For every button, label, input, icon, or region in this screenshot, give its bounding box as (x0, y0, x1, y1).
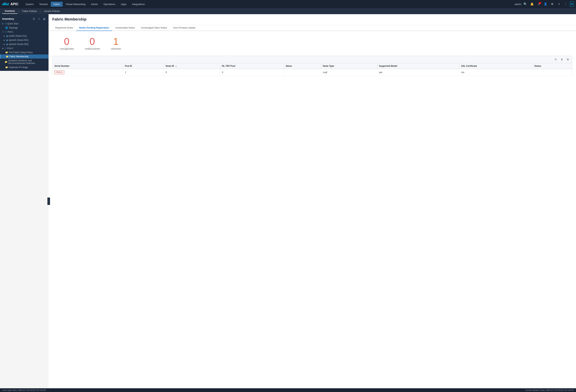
current-time-text: Current System Time: 2023-07-13T16:26 UT… (525, 389, 574, 391)
cell-node-type: Leaf (321, 69, 377, 76)
sep2: | (39, 10, 41, 13)
svg-rect-1 (3, 3, 4, 5)
sidebar-icons: ☰ ≡ ◉ (32, 17, 46, 21)
folder-disabled-icon: 📁 (5, 61, 7, 63)
sidebar-item-label-disabled-interfaces: Disabled Interfaces and Decommissioned S… (8, 59, 47, 65)
nav-operations[interactable]: Operations (101, 2, 118, 7)
alert-icon[interactable]: ⚠ 5 (536, 1, 542, 7)
sec-nav-access-policies[interactable]: Access Policies (42, 9, 62, 14)
nav-fabric[interactable]: Fabric (51, 2, 63, 7)
tab-unmanaged-fabric-nodes[interactable]: Unmanaged Fabric Nodes (138, 25, 170, 31)
col-pod-id[interactable]: Pod ID (123, 63, 164, 69)
download-button[interactable]: ⬇ (559, 57, 564, 62)
sidebar-collapse-handle[interactable]: ‹ (47, 198, 50, 205)
topology-icon: 🌐 (5, 26, 8, 29)
sidebar-item-disabled-interfaces[interactable]: 📁 Disabled Interfaces and Decommissioned… (0, 58, 49, 65)
serial-number-link[interactable]: FDO21 (54, 71, 64, 74)
settings-button[interactable]: ⚙ (565, 57, 570, 62)
tab-nodes-pending[interactable]: Nodes Pending Registration (76, 25, 112, 31)
sidebar-item-fabric-membership[interactable]: 📁 Fabric Membership (0, 54, 49, 58)
nav-virtual-networking[interactable]: Virtual Networking (63, 2, 88, 7)
sidebar-item-quick-start[interactable]: ▶ ⊙ Quick Start (0, 22, 49, 26)
sidebar-item-leaf02[interactable]: ▶ ▦ leaf02 (Node-512) (0, 34, 49, 38)
nav-admin[interactable]: Admin (88, 2, 100, 7)
sidebar-item-label-quick-start: Quick Start (7, 22, 18, 25)
nav-apps[interactable]: Apps (118, 2, 129, 7)
sidebar-icon-columns[interactable]: ≡ (37, 17, 41, 21)
stat-undiscovered-value: 0 (89, 37, 95, 46)
col-supported-model[interactable]: Supported Model (377, 63, 459, 69)
grid-icon[interactable]: ⋮ (563, 1, 568, 7)
tab-registered-nodes[interactable]: Registered Nodes (52, 25, 76, 31)
sidebar-icon-list[interactable]: ☰ (32, 17, 36, 21)
sidebar-item-label-pod1: Pod 1 (8, 31, 13, 33)
admin-label: admin (515, 3, 521, 6)
page-header: Fabric Membership (49, 14, 576, 25)
sidebar-item-label-leaf02: leaf02 (Node-512) (9, 35, 27, 37)
five-g-icon[interactable]: 5G (570, 1, 574, 7)
nav-integrations[interactable]: Integrations (129, 2, 147, 7)
sidebar-title: Inventory (2, 17, 14, 20)
pod1-icon: ⬡ (5, 31, 7, 33)
stats-row: 0 Unsupported 0 Undiscovered 1 Unknown (49, 31, 576, 56)
nav-tenants[interactable]: Tenants (37, 2, 50, 7)
top-nav-items: System Tenants Fabric Virtual Networking… (23, 2, 515, 7)
page-title: Fabric Membership (52, 17, 572, 22)
table-header: Serial Number Pod ID Node ID ▲ RL TEP Po… (53, 63, 572, 69)
sidebar-item-topology[interactable]: 🌐 Topology (0, 26, 49, 30)
sidebar-item-label-spine01: spine01 (Node-501) (9, 39, 29, 41)
cell-serial-number[interactable]: FDO21 (53, 69, 123, 76)
sidebar-item-spine01[interactable]: ▶ ▦ spine01 (Node-501) (0, 38, 49, 42)
sidebar-item-label-fabric-membership: Fabric Membership (9, 55, 29, 58)
col-serial-number[interactable]: Serial Number (53, 63, 123, 69)
sidebar-item-label-pod-fabric: Pod Fabric Setup Policy (9, 51, 33, 54)
sep1: | (18, 10, 20, 13)
sidebar-item-duplicate-ip[interactable]: 📁 Duplicate IP Usage (0, 65, 49, 69)
settings-icon[interactable]: ⚙ (550, 1, 555, 7)
sec-nav-inventory[interactable]: Inventory (2, 9, 18, 14)
spine01-icon: ▦ (6, 39, 8, 41)
col-name[interactable]: Name (284, 63, 321, 69)
cell-pod-id: 1 (123, 69, 164, 76)
sidebar-icon-refresh[interactable]: ◉ (42, 17, 46, 21)
folder-setup-icon: 📁 (5, 51, 8, 54)
refresh-button[interactable]: ↻ (553, 57, 558, 62)
sidebar-item-label-spine02: spine02 (Node-502) (9, 43, 29, 46)
cell-name (284, 69, 321, 76)
expand-arrow-pod1-icon: ▼ (2, 31, 4, 33)
col-ssl-certificate[interactable]: SSL Certificate (459, 63, 532, 69)
expand-arrow-spine01-icon: ▶ (4, 39, 5, 41)
sidebar-header: Inventory ☰ ≡ ◉ (0, 16, 49, 22)
sidebar-item-spine02[interactable]: ▶ ▦ spine02 (Node-502) (0, 42, 49, 46)
tab-auto-firmware[interactable]: Auto Firmware Update (170, 25, 199, 31)
col-status[interactable]: Status (532, 63, 572, 69)
secondary-navbar: Inventory | Fabric Policies | Access Pol… (0, 8, 576, 14)
tab-unreachable-nodes[interactable]: Unreachable Nodes (112, 25, 138, 31)
table-section: ↻ ⬇ ⚙ Serial Number Pod ID Node ID ▲ RL … (49, 56, 576, 388)
col-node-type[interactable]: Node Type (321, 63, 377, 69)
stat-undiscovered-label: Undiscovered (85, 47, 100, 50)
col-rl-tep-pool[interactable]: RL TEP Pool (220, 63, 284, 69)
main-layout: Inventory ☰ ≡ ◉ ▶ ⊙ Quick Start 🌐 Topolo… (0, 14, 576, 388)
sidebar-item-pod-fabric-setup-policy[interactable]: 📁 Pod Fabric Setup Policy (0, 50, 49, 54)
sidebar-item-pod2[interactable]: ▶ ⬡ Pod 2 (0, 46, 49, 50)
folder-membership-icon: 📁 (6, 55, 9, 58)
folder-duplicate-icon: 📁 (5, 66, 8, 69)
bell-icon[interactable]: 🔔 (529, 1, 535, 7)
expand-arrow-spine02-icon: ▶ (4, 43, 5, 45)
svg-rect-2 (4, 2, 5, 5)
col-node-id[interactable]: Node ID ▲ (164, 63, 220, 69)
help-icon[interactable]: ? (556, 1, 562, 7)
pod2-icon: ⬡ (5, 47, 6, 50)
stat-undiscovered: 0 Undiscovered (85, 37, 100, 50)
sec-nav-fabric-policies[interactable]: Fabric Policies (20, 9, 39, 14)
stat-unknown-label: Unknown (111, 47, 121, 50)
sidebar-item-pod1[interactable]: ▼ ⬡ Pod 1 (0, 30, 49, 34)
table-row: FDO21 1 0 0 Leaf yes n/a (53, 69, 572, 76)
person-icon[interactable]: 👤 (543, 1, 548, 7)
stat-unsupported-label: Unsupported (60, 47, 74, 50)
last-login-text: Last Login Time: 2023-07-13T14:53 UTC+02… (2, 389, 46, 391)
search-icon[interactable]: 🔍 (523, 1, 528, 7)
nav-system[interactable]: System (23, 2, 36, 7)
sidebar-item-label-duplicate-ip: Duplicate IP Usage (9, 66, 28, 69)
